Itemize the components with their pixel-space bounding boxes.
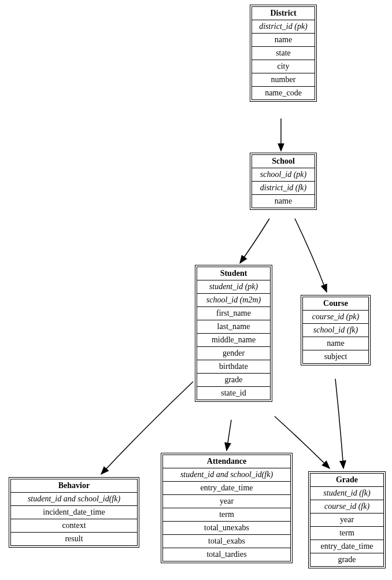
entity-attendance: Attendance student_id and school_id(fk) …: [161, 453, 293, 563]
entity-behavior: Behavior student_id and school_id(fk) in…: [9, 477, 139, 548]
field: state: [252, 47, 315, 60]
field: grade: [197, 374, 270, 387]
field: school_id (fk): [303, 324, 368, 337]
entity-attendance-title: Attendance: [163, 455, 290, 468]
entity-student: Student student_id (pk) school_id (m2m) …: [195, 265, 272, 402]
entity-behavior-title: Behavior: [11, 479, 137, 493]
field: student_id and school_id(fk): [163, 468, 290, 482]
edge-student-attendance: [227, 420, 231, 450]
field: name: [252, 34, 315, 47]
field: total_unexabs: [163, 522, 290, 535]
entity-student-title: Student: [197, 267, 270, 280]
field: first_name: [197, 307, 270, 320]
field: name: [252, 195, 315, 208]
field: district_id (pk): [252, 20, 315, 34]
field: incident_date_time: [11, 506, 137, 519]
field: course_id (fk): [310, 500, 383, 513]
field: state_id: [197, 387, 270, 400]
field: last_name: [197, 320, 270, 334]
field: name: [303, 337, 368, 350]
field: gender: [197, 347, 270, 360]
entity-district-title: District: [252, 7, 315, 20]
field: number: [252, 73, 315, 87]
field: subject: [303, 350, 368, 363]
field: school_id (pk): [252, 168, 315, 182]
field: birthdate: [197, 360, 270, 374]
field: entry_date_time: [163, 482, 290, 495]
edge-course-grade: [335, 379, 343, 468]
entity-course: Course course_id (pk) school_id (fk) nam…: [301, 295, 371, 365]
entity-district: District district_id (pk) name state cit…: [250, 5, 317, 102]
entity-grade: Grade student_id (fk) course_id (fk) yea…: [308, 471, 386, 568]
entity-grade-title: Grade: [310, 474, 383, 487]
edge-school-course: [295, 219, 327, 292]
field: entry_date_time: [310, 540, 383, 553]
field: total_exabs: [163, 535, 290, 548]
field: district_id (fk): [252, 182, 315, 195]
field: student_id (pk): [197, 280, 270, 294]
entity-course-title: Course: [303, 297, 368, 311]
edge-school-student: [240, 219, 269, 263]
field: student_id (fk): [310, 487, 383, 500]
field: name_code: [252, 87, 315, 99]
field: student_id and school_id(fk): [11, 493, 137, 506]
entity-school: School school_id (pk) district_id (fk) n…: [250, 153, 317, 210]
field: year: [310, 513, 383, 527]
field: term: [310, 527, 383, 540]
field: total_tardies: [163, 548, 290, 561]
entity-school-title: School: [252, 155, 315, 168]
field: city: [252, 60, 315, 73]
field: result: [11, 533, 137, 545]
field: course_id (pk): [303, 311, 368, 324]
field: context: [11, 519, 137, 533]
field: school_id (m2m): [197, 294, 270, 307]
field: term: [163, 508, 290, 522]
field: grade: [310, 553, 383, 566]
er-diagram-canvas: District district_id (pk) name state cit…: [0, 0, 392, 580]
field: middle_name: [197, 334, 270, 347]
field: year: [163, 495, 290, 508]
